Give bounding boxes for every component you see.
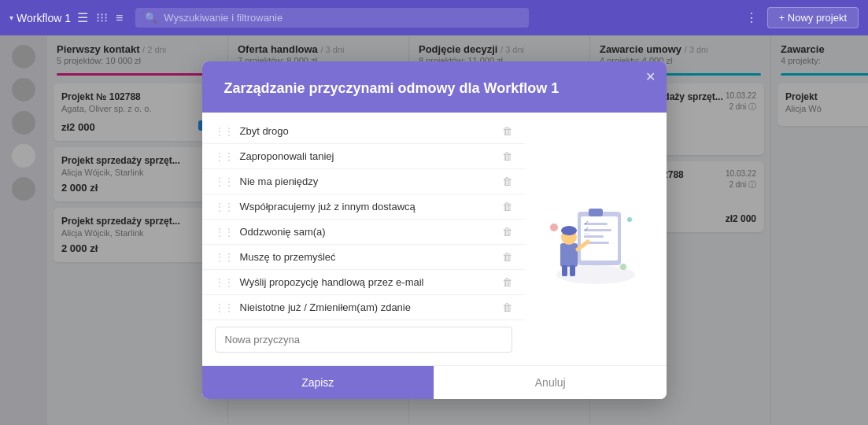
- reason-row: ⋮⋮ Współpracujemy już z innym dostawcą 🗑: [202, 194, 525, 220]
- save-button[interactable]: Zapisz: [202, 366, 434, 399]
- delete-icon[interactable]: 🗑: [502, 276, 512, 288]
- drag-handle-icon[interactable]: ⋮⋮: [215, 151, 234, 162]
- drag-handle-icon[interactable]: ⋮⋮: [215, 176, 234, 187]
- delete-icon[interactable]: 🗑: [502, 251, 512, 263]
- reason-text: Nie ma pieniędzy: [240, 176, 496, 187]
- modal-illustration: ✓ ✓ ☐: [525, 113, 667, 365]
- chevron-icon: ▾: [9, 13, 13, 22]
- drag-handle-icon[interactable]: ⋮⋮: [215, 126, 234, 137]
- more-icon[interactable]: ⋮: [745, 10, 758, 25]
- search-box[interactable]: 🔍: [135, 8, 529, 28]
- workflow-label: Workflow 1: [17, 12, 71, 24]
- modal-title: Zarządzanie przyczynami odmowy dla Workf…: [224, 80, 645, 97]
- drag-handle-icon[interactable]: ⋮⋮: [215, 277, 234, 288]
- reason-row: ⋮⋮ Muszę to przemyśleć 🗑: [202, 245, 525, 270]
- drag-handle-icon[interactable]: ⋮⋮: [215, 201, 234, 213]
- svg-point-18: [620, 264, 626, 270]
- cancel-button[interactable]: Anuluj: [434, 366, 667, 399]
- delete-icon[interactable]: 🗑: [502, 176, 512, 187]
- modal-footer: Zapisz Anuluj: [202, 365, 667, 399]
- new-project-button[interactable]: + Nowy projekt: [767, 7, 859, 28]
- modal-close-button[interactable]: ✕: [645, 71, 656, 83]
- search-input[interactable]: [164, 12, 519, 24]
- reason-text: Nieistotne już / Zmieniłem(am) zdanie: [240, 301, 496, 313]
- topbar-right: ⋮ + Nowy projekt: [745, 7, 859, 28]
- delete-icon[interactable]: 🗑: [502, 201, 512, 213]
- delete-icon[interactable]: 🗑: [502, 226, 512, 238]
- reason-text: Wyślij propozycję handlową przez e-mail: [240, 276, 496, 288]
- chart-icon[interactable]: ⁝⁝⁝: [96, 10, 108, 25]
- reason-row: ⋮⋮ Wyślij propozycję handlową przez e-ma…: [202, 270, 525, 295]
- modal-header: Zarządzanie przyczynami odmowy dla Workf…: [202, 61, 667, 113]
- svg-rect-16: [570, 265, 575, 276]
- svg-rect-3: [589, 209, 603, 216]
- topbar-left: ▾ Workflow 1 ☰ ⁝⁝⁝ ≡ 🔍: [9, 8, 739, 28]
- illustration-svg: ✓ ✓ ☐: [545, 188, 647, 290]
- delete-icon[interactable]: 🗑: [502, 301, 512, 313]
- reason-text: Muszę to przemyśleć: [240, 251, 496, 263]
- topbar-icons: ☰ ⁝⁝⁝ ≡: [77, 10, 123, 25]
- columns-area: Pierwszy kontakt / 2 dni 5 projektów: 10…: [0, 35, 868, 425]
- topbar: ▾ Workflow 1 ☰ ⁝⁝⁝ ≡ 🔍 ⋮ + Nowy projekt: [0, 0, 868, 35]
- svg-point-13: [561, 226, 577, 235]
- reason-row: ⋮⋮ Nieistotne już / Zmieniłem(am) zdanie…: [202, 295, 525, 320]
- reason-row: ⋮⋮ Oddzwonię sam(a) 🗑: [202, 220, 525, 245]
- delete-icon[interactable]: 🗑: [502, 125, 512, 137]
- drag-handle-icon[interactable]: ⋮⋮: [215, 302, 234, 313]
- list-icon[interactable]: ≡: [116, 11, 123, 25]
- menu-icon[interactable]: ☰: [77, 10, 88, 25]
- reason-row: ⋮⋮ Nie ma pieniędzy 🗑: [202, 169, 525, 194]
- search-icon: 🔍: [145, 12, 157, 24]
- modal: Zarządzanie przyczynami odmowy dla Workf…: [202, 61, 667, 399]
- delete-icon[interactable]: 🗑: [502, 150, 512, 162]
- svg-rect-11: [560, 243, 578, 267]
- modal-body: ⋮⋮ Zbyt drogo 🗑 ⋮⋮ Zaproponowali taniej …: [202, 113, 667, 365]
- reason-text: Zaproponowali taniej: [240, 150, 496, 162]
- drag-handle-icon[interactable]: ⋮⋮: [215, 227, 234, 238]
- reason-text: Współpracujemy już z innym dostawcą: [240, 201, 496, 213]
- modal-reasons-list: ⋮⋮ Zbyt drogo 🗑 ⋮⋮ Zaproponowali taniej …: [202, 113, 525, 365]
- workflow-dropdown[interactable]: ▾ Workflow 1: [9, 12, 71, 24]
- reason-text: Oddzwonię sam(a): [240, 226, 496, 238]
- reason-row: ⋮⋮ Zaproponowali taniej 🗑: [202, 144, 525, 169]
- svg-point-17: [550, 224, 558, 231]
- svg-text:☐: ☐: [584, 232, 589, 239]
- svg-point-19: [627, 217, 632, 222]
- svg-rect-15: [562, 265, 567, 276]
- drag-handle-icon[interactable]: ⋮⋮: [215, 252, 234, 263]
- reason-text: Zbyt drogo: [240, 125, 496, 137]
- reason-row: ⋮⋮ Zbyt drogo 🗑: [202, 119, 525, 144]
- new-reason-input[interactable]: [215, 327, 512, 353]
- modal-overlay: Zarządzanie przyczynami odmowy dla Workf…: [0, 35, 868, 425]
